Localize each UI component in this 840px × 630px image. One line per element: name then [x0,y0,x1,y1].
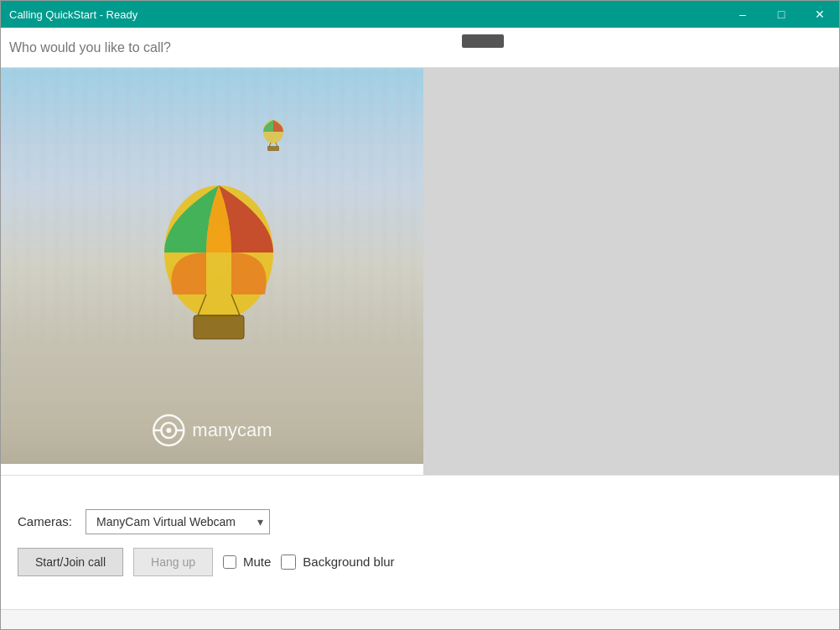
minimize-button[interactable]: – [723,1,762,28]
close-button[interactable]: ✕ [801,1,839,28]
main-content: manycam [1,68,839,475]
svg-point-12 [166,428,171,433]
window-controls: – □ ✕ [723,1,839,28]
app-title: Calling QuickStart - Ready [1,8,137,21]
hangup-button[interactable]: Hang up [133,548,213,576]
camera-row: Cameras: ManyCam Virtual Webcam [18,509,822,534]
balloon-small-svg [261,118,286,152]
camera-select[interactable]: ManyCam Virtual Webcam [86,509,270,534]
cameras-label: Cameras: [18,514,72,528]
balloon-main [152,177,286,362]
buttons-row: Start/Join call Hang up Mute Background … [18,548,822,576]
video-area: manycam [1,68,423,464]
status-bar [1,609,839,629]
manycam-logo-icon [152,414,185,447]
mute-label[interactable]: Mute [223,555,271,569]
search-input[interactable] [9,40,831,55]
title-bar: Calling QuickStart - Ready – □ ✕ [1,1,839,28]
search-bar [1,28,839,68]
right-area [423,68,839,475]
svg-rect-4 [194,315,244,339]
controls-area: Cameras: ManyCam Virtual Webcam Start/Jo… [1,475,839,609]
manycam-logo: manycam [152,414,272,447]
background-blur-checkbox[interactable] [281,555,296,570]
app-window: Calling QuickStart - Ready – □ ✕ [0,0,840,630]
mute-checkbox[interactable] [223,555,236,569]
svg-rect-9 [267,146,279,151]
background-blur-label[interactable]: Background blur [281,555,394,570]
balloon-svg [152,177,286,362]
manycam-text: manycam [192,419,272,441]
background-blur-text: Background blur [303,555,394,569]
balloon-small [261,118,286,152]
maximize-button[interactable]: □ [762,1,801,28]
start-join-button[interactable]: Start/Join call [18,548,123,576]
search-toggle[interactable] [462,34,504,48]
mute-text: Mute [243,555,271,569]
camera-select-wrapper: ManyCam Virtual Webcam [86,509,270,534]
